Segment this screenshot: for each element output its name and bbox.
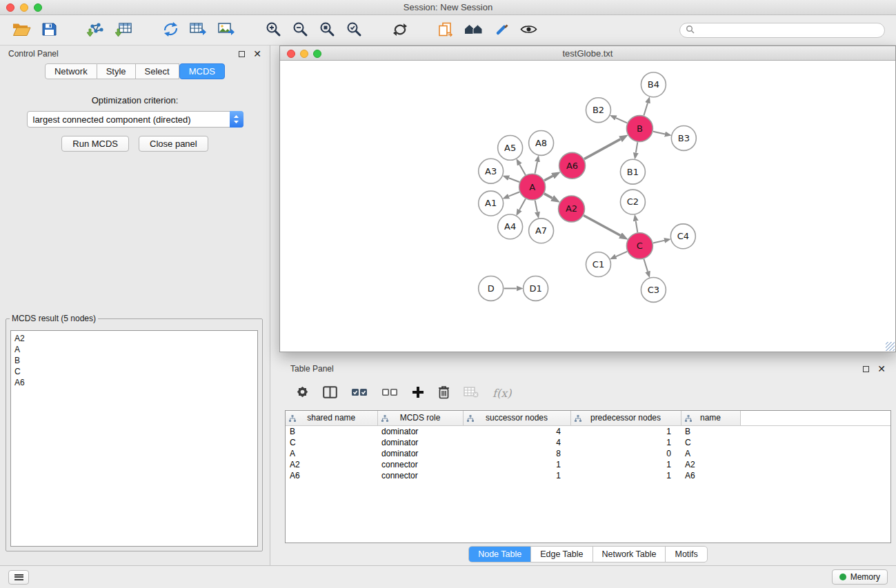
table-cell[interactable]: A6 (286, 470, 377, 481)
node-D1[interactable]: D1 (524, 276, 548, 301)
table-cell[interactable]: 4 (463, 425, 570, 437)
network-window-titlebar[interactable]: testGlobe.txt (280, 46, 895, 61)
edge-C-C1[interactable] (616, 252, 627, 256)
edge-A-A7[interactable] (535, 201, 537, 212)
column-header-shared-name[interactable]: shared name (286, 411, 377, 425)
node-D[interactable]: D (479, 276, 504, 301)
function-builder-button[interactable]: f(x) (492, 387, 511, 400)
table-cell[interactable]: 4 (463, 437, 570, 448)
optimization-criterion-select[interactable]: largest connected component (directed) (27, 111, 243, 128)
float-table-panel-icon[interactable] (863, 366, 869, 372)
table-cell[interactable]: 1 (570, 437, 681, 448)
table-row[interactable]: A6connector11A6 (286, 470, 890, 481)
tab-style[interactable]: Style (97, 63, 136, 79)
close-panel-icon[interactable]: ✕ (253, 49, 261, 59)
edge-B-B3[interactable] (653, 132, 665, 134)
node-C1[interactable]: C1 (586, 252, 611, 277)
edge-B-B1[interactable] (636, 142, 637, 152)
table-row[interactable]: Adominator80A (286, 448, 890, 459)
node-C[interactable]: C (626, 233, 653, 259)
tab-motifs[interactable]: Motifs (666, 547, 706, 562)
network-zoom-button[interactable] (313, 50, 321, 58)
save-session-button[interactable] (41, 21, 58, 40)
mcds-result-item[interactable]: A (14, 344, 254, 355)
node-table-container[interactable]: shared nameMCDS rolesuccessor nodesprede… (285, 410, 891, 543)
tab-network[interactable]: Network (45, 63, 97, 79)
show-columns-button[interactable] (323, 386, 337, 401)
table-row[interactable]: A2connector11A2 (286, 459, 890, 470)
new-network-button[interactable] (161, 21, 180, 40)
tab-select[interactable]: Select (136, 63, 179, 79)
tab-mcds[interactable]: MCDS (179, 63, 225, 79)
mcds-result-item[interactable]: A6 (14, 377, 254, 388)
table-cell[interactable]: 8 (463, 448, 570, 459)
edge-A-A2[interactable] (544, 194, 552, 198)
table-cell[interactable]: 1 (570, 470, 681, 481)
table-cell[interactable]: B (286, 425, 377, 437)
node-A3[interactable]: A3 (479, 159, 504, 183)
node-A[interactable]: A (519, 174, 546, 200)
mcds-result-item[interactable]: A2 (14, 333, 254, 344)
edge-A-A3[interactable] (509, 178, 519, 182)
edge-A-A4[interactable] (519, 199, 526, 210)
node-C2[interactable]: C2 (620, 190, 645, 214)
node-B[interactable]: B (626, 116, 653, 142)
table-cell[interactable]: 1 (570, 459, 681, 470)
edge-A-A1[interactable] (509, 192, 519, 196)
table-cell[interactable]: A6 (681, 470, 740, 481)
mcds-result-item[interactable]: B (14, 355, 254, 366)
delete-column-button[interactable] (438, 385, 450, 401)
resize-corner[interactable] (886, 342, 895, 351)
close-table-panel-icon[interactable]: ✕ (877, 364, 886, 374)
node-C4[interactable]: C4 (670, 224, 695, 249)
node-A2[interactable]: A2 (559, 196, 585, 222)
tab-node-table[interactable]: Node Table (469, 547, 531, 562)
column-header-predecessor-nodes[interactable]: predecessor nodes (570, 411, 681, 425)
table-cell[interactable]: A2 (286, 459, 377, 470)
edge-A-A8[interactable] (535, 162, 537, 174)
node-A5[interactable]: A5 (498, 135, 523, 160)
memory-button[interactable]: Memory (832, 569, 888, 585)
edge-C-C2[interactable] (636, 221, 638, 232)
node-A7[interactable]: A7 (529, 219, 554, 243)
apply-style-button[interactable] (493, 21, 510, 40)
mcds-result-list[interactable]: A2ABCA6 (10, 330, 258, 547)
select-all-button[interactable] (351, 387, 368, 399)
table-cell[interactable]: 0 (570, 448, 681, 459)
node-A6[interactable]: A6 (559, 152, 586, 179)
export-image-button[interactable] (217, 21, 237, 40)
edge-A-A6[interactable] (544, 176, 552, 180)
export-table-button[interactable] (188, 21, 208, 40)
table-cell[interactable]: connector (377, 459, 463, 470)
open-session-button[interactable] (11, 21, 32, 40)
edge-A2-C[interactable] (584, 216, 620, 236)
close-panel-button[interactable]: Close panel (139, 136, 208, 152)
node-B3[interactable]: B3 (671, 126, 696, 151)
table-cell[interactable]: C (286, 437, 377, 448)
table-cell[interactable]: A (286, 448, 377, 459)
edge-B-B4[interactable] (644, 103, 648, 115)
edge-C-C4[interactable] (653, 241, 664, 243)
mcds-result-item[interactable]: C (14, 366, 254, 377)
run-mcds-button[interactable]: Run MCDS (61, 136, 129, 152)
deselect-all-button[interactable] (381, 387, 398, 399)
table-cell[interactable]: 1 (463, 470, 570, 481)
zoom-selected-button[interactable] (345, 20, 364, 41)
show-hide-button[interactable] (519, 23, 539, 38)
zoom-window-button[interactable] (34, 3, 42, 12)
column-header-name[interactable]: name (681, 411, 740, 425)
add-column-button[interactable] (412, 386, 424, 401)
table-cell[interactable]: dominator (377, 448, 463, 459)
network-close-button[interactable] (287, 50, 295, 58)
table-cell[interactable]: dominator (377, 437, 463, 448)
table-cell[interactable]: A2 (681, 459, 740, 470)
table-cell[interactable]: B (681, 425, 740, 437)
close-window-button[interactable] (6, 3, 14, 12)
node-B4[interactable]: B4 (641, 72, 666, 97)
table-cell[interactable]: A (681, 448, 740, 459)
column-header-MCDS-role[interactable]: MCDS role (377, 411, 463, 425)
import-network-button[interactable] (86, 21, 106, 41)
node-C3[interactable]: C3 (641, 278, 666, 303)
home-view-button[interactable] (463, 22, 485, 39)
node-B1[interactable]: B1 (620, 159, 645, 184)
